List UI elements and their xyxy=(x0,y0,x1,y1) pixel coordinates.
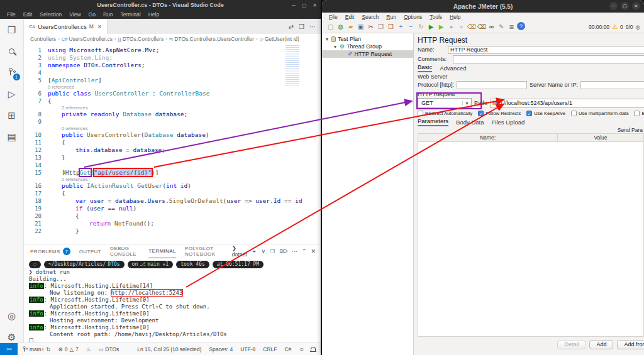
search-reset-icon[interactable]: ✎ xyxy=(497,22,506,31)
add-button[interactable]: Add xyxy=(589,340,613,349)
minimap[interactable] xyxy=(286,45,299,87)
menu-help[interactable]: Help xyxy=(145,11,162,18)
menu-run[interactable]: Run xyxy=(383,14,399,20)
menu-view[interactable]: View xyxy=(66,11,84,18)
cursor-position[interactable]: Ln 15, Col 25 (10 selected) xyxy=(133,346,205,352)
panel-tab-debug-console[interactable]: DEBUG CONSOLE xyxy=(110,244,140,258)
minimize-icon[interactable]: ─ xyxy=(292,3,296,8)
menu-file[interactable]: File xyxy=(326,14,341,20)
cut-icon[interactable]: ✂ xyxy=(366,22,375,31)
new-plan-icon[interactable]: ▢ xyxy=(326,22,335,31)
stop-icon[interactable]: ● xyxy=(447,22,456,31)
menu-options[interactable]: Options xyxy=(401,14,425,20)
start-no-pauses-icon[interactable]: ▶ xyxy=(436,22,446,31)
settings-gear-icon[interactable]: ⚙ xyxy=(6,331,18,342)
column-name[interactable]: Name: xyxy=(418,134,558,141)
menu-file[interactable]: File xyxy=(4,11,19,18)
panel-tab-problems[interactable]: PROBLEMS7 xyxy=(30,244,70,258)
option-browser-compatible-headers[interactable]: Browser-compatible headers xyxy=(634,111,644,116)
remote-indicator[interactable]: >< xyxy=(0,343,18,355)
expand-all-icon[interactable]: + xyxy=(396,22,406,31)
folder-status[interactable]: ▭ DTOs xyxy=(94,346,123,352)
tab-basic[interactable]: Basic xyxy=(418,63,432,72)
open-icon[interactable]: ▰ xyxy=(346,22,355,31)
search-icon[interactable]: ∞ xyxy=(487,22,496,31)
more-actions-icon[interactable]: ⋯ xyxy=(309,23,316,30)
menu-edit[interactable]: Edit xyxy=(20,11,36,18)
explorer-icon[interactable]: ❐ xyxy=(6,24,18,35)
server-input[interactable] xyxy=(580,81,644,89)
compare-changes-icon[interactable]: ⇄ xyxy=(289,23,294,30)
code-editor[interactable]: 1using Microsoft.AspNetCore.Mvc;2using S… xyxy=(24,44,321,244)
profile-status[interactable]: ♨ xyxy=(82,346,95,352)
comments-input[interactable] xyxy=(453,55,644,63)
tab-parameters[interactable]: Parameters xyxy=(418,117,448,126)
collapse-all-icon[interactable]: − xyxy=(406,22,416,31)
account-icon[interactable]: ◎ xyxy=(6,310,18,321)
extensions-icon[interactable]: ⊞ xyxy=(6,109,18,121)
path-input[interactable] xyxy=(490,99,644,108)
notifications-bell-icon[interactable] xyxy=(311,347,316,351)
function-helper-icon[interactable]: ≣ xyxy=(507,22,516,31)
problems-status[interactable]: ⊗0 △7 xyxy=(55,346,82,352)
protocol-input[interactable] xyxy=(457,81,527,89)
breadcrumb-item[interactable]: C# UsersController.cs xyxy=(62,36,113,42)
copy-icon[interactable]: ❐ xyxy=(376,22,386,31)
maximize-icon[interactable]: ▢ xyxy=(302,3,307,8)
menu-edit[interactable]: Edit xyxy=(342,14,358,20)
paste-icon[interactable]: ❒ xyxy=(386,22,396,31)
parameters-table-body[interactable] xyxy=(418,142,644,337)
git-branch-status[interactable]: main+ ↻ xyxy=(18,345,55,354)
breadcrumb-item[interactable]: ◇ GetUser(int id) xyxy=(260,36,299,42)
menu-help[interactable]: Help xyxy=(447,14,464,20)
split-editor-icon[interactable]: ❐ xyxy=(299,23,304,30)
name-input[interactable] xyxy=(448,46,644,54)
language-mode[interactable]: C# xyxy=(280,346,295,352)
shutdown-icon[interactable]: ● xyxy=(457,22,466,31)
column-value[interactable]: Value xyxy=(558,134,643,141)
encoding-setting[interactable]: UTF-8 xyxy=(236,346,259,352)
clear-icon[interactable]: ⌫ xyxy=(467,22,476,31)
save-icon[interactable]: ▣ xyxy=(356,22,365,31)
menu-search[interactable]: Search xyxy=(358,14,382,20)
add-from-button[interactable]: Add from xyxy=(617,340,644,349)
option-redirect-automatically[interactable]: Redirect Automatically xyxy=(418,111,472,116)
clear-all-icon[interactable]: ⌫ xyxy=(477,22,486,31)
log-warning-icon[interactable]: ⚠ xyxy=(612,23,618,30)
tree-item-test-plan[interactable]: ▼Test Plan xyxy=(322,35,413,43)
breadcrumb-item[interactable]: ⇆ DTOs.Controllers.UsersController xyxy=(169,36,254,42)
new-terminal-icon[interactable]: ＋ xyxy=(252,248,257,256)
close-tab-icon[interactable]: ✕ xyxy=(97,24,102,30)
method-select[interactable]: GET ▼ xyxy=(418,98,472,108)
menu-tools[interactable]: Tools xyxy=(426,14,445,20)
notebook-icon[interactable]: ▤ xyxy=(6,131,18,142)
split-terminal-icon[interactable]: ❐ xyxy=(270,248,275,254)
kill-terminal-icon[interactable]: ⌦ xyxy=(279,248,287,254)
minimize-icon[interactable]: ─ xyxy=(609,2,618,10)
terminal[interactable]: ◌~/Desktop/Articles/DTOson ⎇ main +1took… xyxy=(24,258,321,342)
eol-setting[interactable]: CRLF xyxy=(259,346,280,352)
close-panel-icon[interactable]: ✕ xyxy=(311,248,316,254)
toggle-icon[interactable]: ↻ xyxy=(416,22,426,31)
breadcrumb-item[interactable]: {} DTOs.Controllers xyxy=(118,36,164,42)
help-icon[interactable]: ? xyxy=(517,22,525,30)
tab-files-upload[interactable]: Files Upload xyxy=(491,119,525,126)
indent-setting[interactable]: Spaces: 4 xyxy=(205,346,236,352)
close-icon[interactable]: ✕ xyxy=(632,2,640,10)
source-control-icon[interactable]: 1 xyxy=(6,67,18,78)
templates-icon[interactable]: ◍ xyxy=(336,22,345,31)
lightbulb-icon[interactable]: ● xyxy=(63,170,66,176)
tree-item-http-request[interactable]: ✐HTTP Request xyxy=(322,50,413,58)
panel-tab-polyglot-notebook[interactable]: POLYGLOT NOTEBOOK xyxy=(185,244,223,258)
breadcrumb-item[interactable]: Controllers xyxy=(30,36,56,42)
start-icon[interactable]: ▶ xyxy=(426,22,436,31)
search-icon[interactable] xyxy=(6,45,18,57)
menu-terminal[interactable]: Terminal xyxy=(118,11,144,18)
panel-tab-terminal[interactable]: TERMINAL xyxy=(148,244,176,258)
menu-selection[interactable]: Selection xyxy=(36,11,65,18)
panel-tab-output[interactable]: OUTPUT xyxy=(79,244,101,258)
menu-run[interactable]: Run xyxy=(100,11,116,18)
tab-body-data[interactable]: Body Data xyxy=(456,119,484,126)
option-use-multipart-form-data[interactable]: Use multipart/form-data xyxy=(571,111,628,116)
more-icon[interactable]: ⋯ xyxy=(292,248,297,254)
